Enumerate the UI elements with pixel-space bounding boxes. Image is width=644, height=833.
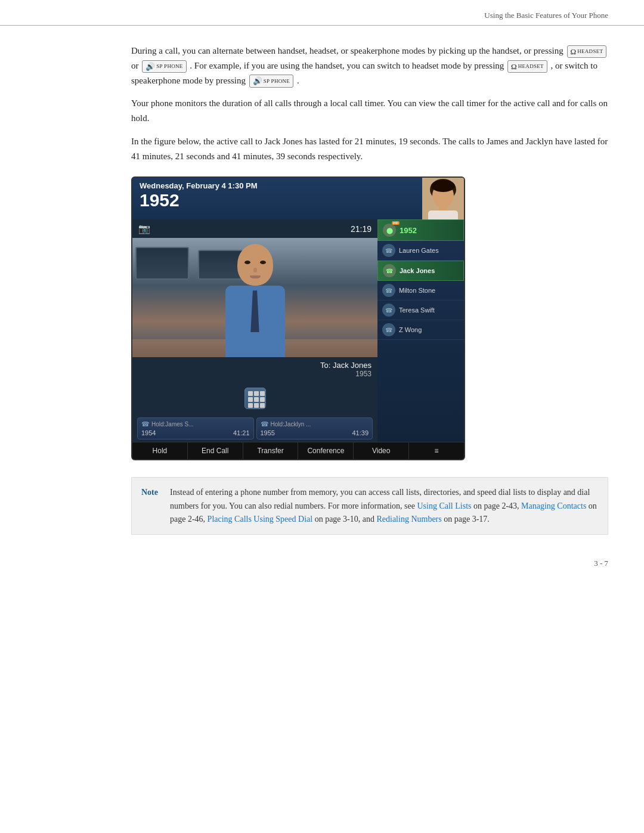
- softkey-hold[interactable]: Hold: [132, 442, 188, 459]
- phone-screenshot: Wednesday, February 4 1:30 PM 1952: [131, 176, 465, 460]
- contact-self-sym: ⬤: [386, 227, 393, 234]
- contact-jack-jones[interactable]: ☎ Jack Jones: [377, 261, 464, 281]
- softkey-transfer[interactable]: Transfer: [243, 442, 299, 459]
- spphone-button: 🔊 SP PHONE: [142, 60, 186, 73]
- page-header: Using the Basic Features of Your Phone: [0, 0, 644, 26]
- headset-label-2: HEADSET: [518, 63, 544, 70]
- para1-text-start: During a call, you can alternate between…: [131, 46, 564, 55]
- softkey-endcall[interactable]: End Call: [188, 442, 243, 459]
- contact-lauren-gates[interactable]: ☎ Lauren Gates: [377, 241, 464, 261]
- person-in-video: [216, 244, 294, 357]
- hold-james-time: 41:21: [233, 429, 250, 436]
- contact-teresa-name: Teresa Swift: [399, 306, 435, 314]
- svg-point-5: [431, 180, 455, 192]
- softkey-menu[interactable]: ≡: [409, 442, 464, 459]
- avatar: [422, 178, 464, 219]
- hold-james-num: 1954: [141, 429, 156, 436]
- para1-text-end3: .: [297, 76, 299, 85]
- contact-self-icon: ⬤: [383, 224, 396, 237]
- contact-zwong-icon: ☎: [382, 323, 395, 336]
- spphone-icon: 🔊: [145, 62, 155, 72]
- note-link-speeddial[interactable]: Placing Calls Using Speed Dial: [208, 515, 313, 524]
- headset-label: HEADSET: [577, 48, 603, 55]
- note-box: Note Instead of entering a phone number …: [131, 477, 608, 535]
- keypad-area: [132, 388, 377, 409]
- call-to: To: Jack Jones: [138, 361, 371, 370]
- softkey-conference[interactable]: Conference: [298, 442, 354, 459]
- headset-button: Ω HEADSET: [567, 45, 607, 58]
- contact-jack-name: Jack Jones: [400, 267, 435, 274]
- softkey-video[interactable]: Video: [354, 442, 409, 459]
- contact-self[interactable]: ⬤ 1952: [377, 219, 464, 241]
- contact-milton-icon: ☎: [382, 284, 395, 297]
- video-frame: [132, 238, 377, 357]
- spphone-label: SP PHONE: [156, 63, 182, 70]
- keypad-button[interactable]: [244, 388, 266, 409]
- para1-text-end: . For example, if you are using the hand…: [190, 61, 504, 70]
- call-timer: 21:19: [351, 224, 371, 234]
- note-link-contacts[interactable]: Managing Contacts: [521, 501, 586, 510]
- note-link-redial[interactable]: Redialing Numbers: [376, 515, 441, 524]
- hold-jacklyn-time: 41:39: [352, 429, 369, 436]
- note-label: Note: [141, 486, 158, 526]
- page-number: 3 - 7: [0, 535, 644, 580]
- paragraph-3: In the figure below, the active call to …: [131, 134, 608, 164]
- contact-milton-stone[interactable]: ☎ Milton Stone: [377, 281, 464, 301]
- softkeys-bar: Hold End Call Transfer Conference Video …: [132, 442, 464, 459]
- note-link-calllists[interactable]: Using Call Lists: [417, 501, 471, 510]
- contact-lauren-name: Lauren Gates: [399, 247, 439, 254]
- para1-or: or: [131, 61, 139, 70]
- contact-milton-name: Milton Stone: [399, 287, 435, 294]
- hold-james-label: Hold:James S...: [151, 421, 194, 428]
- contacts-sidebar: ⬤ 1952 ☎ Lauren Gates ☎: [377, 219, 464, 442]
- headset-button-2: Ω HEADSET: [507, 60, 547, 73]
- paragraph-2: Your phone monitors the duration of all …: [131, 96, 608, 126]
- headset-icon: Ω: [571, 47, 577, 57]
- video-camera-icon: 📷: [138, 223, 150, 234]
- hold-icon-jacklyn: ☎: [261, 420, 269, 428]
- hold-icon-james: ☎: [141, 420, 150, 428]
- contact-z-wong[interactable]: ☎ Z Wong: [377, 320, 464, 340]
- call-num: 1953: [138, 370, 371, 378]
- contact-teresa-icon: ☎: [382, 304, 395, 317]
- phone-extension: 1952: [140, 190, 415, 210]
- note-text: Instead of entering a phone number from …: [170, 486, 598, 526]
- hold-jacklyn-label: Hold:Jacklyn ...: [271, 421, 311, 428]
- call-info: To: Jack Jones 1953: [132, 357, 377, 382]
- hold-calls-area: ☎ Hold:James S... 1954 41:21 ☎ Hold:Jack…: [132, 415, 377, 442]
- hold-james: ☎ Hold:James S... 1954 41:21: [137, 417, 254, 439]
- avatar-svg: [422, 178, 464, 219]
- header-title: Using the Basic Features of Your Phone: [484, 11, 608, 20]
- contact-lauren-icon: ☎: [382, 244, 395, 257]
- contact-zwong-name: Z Wong: [399, 326, 422, 333]
- svg-rect-4: [428, 210, 458, 219]
- hold-jacklyn: ☎ Hold:Jacklyn ... 1955 41:39: [256, 417, 373, 439]
- contact-jack-icon: ☎: [383, 264, 396, 277]
- video-header: 📷 21:19: [132, 219, 377, 238]
- contact-self-ext: 1952: [400, 226, 459, 235]
- spphone-icon-2: 🔊: [253, 76, 262, 86]
- paragraph-1: During a call, you can alternate between…: [131, 44, 608, 88]
- hold-jacklyn-num: 1955: [261, 429, 275, 436]
- contact-teresa-swift[interactable]: ☎ Teresa Swift: [377, 301, 464, 320]
- spphone-label-2: SP PHONE: [264, 78, 290, 85]
- spphone-button-2: 🔊 SP PHONE: [249, 75, 293, 88]
- headset-icon-2: Ω: [511, 62, 517, 72]
- phone-date: Wednesday, February 4 1:30 PM: [140, 181, 415, 190]
